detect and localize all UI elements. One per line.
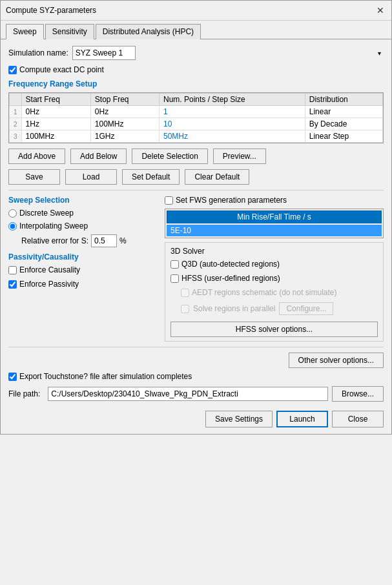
min-rise-fall-header: Min Rise/Fall Time / s (167, 210, 382, 223)
col-header-num (10, 94, 22, 106)
passivity-section: Passivity/Causality Enforce Causality En… (8, 252, 157, 289)
q3d-label: Q3D (auto-detected regions) (181, 260, 280, 269)
row-1-dist: Linear (305, 106, 382, 118)
q3d-checkbox[interactable] (170, 260, 179, 269)
export-touchstone-checkbox[interactable] (8, 373, 17, 381)
relative-error-input[interactable] (91, 234, 117, 247)
tab-sensitivity[interactable]: Sensitivity (45, 24, 94, 39)
hfss-solver-options-button[interactable]: HFSS solver options... (170, 322, 378, 337)
close-window-button[interactable]: ✕ (375, 5, 386, 16)
enforce-passivity-label: Enforce Passivity (19, 280, 79, 289)
save-button[interactable]: Save (8, 169, 60, 185)
relative-error-label: Relative error for S: (21, 236, 88, 245)
discrete-sweep-row: Discrete Sweep (8, 209, 157, 218)
other-solver-options-button[interactable]: Other solver options... (289, 353, 384, 368)
dialog-close-button[interactable]: Close (332, 411, 384, 427)
row-1-points: 1 (159, 106, 305, 118)
tab-sweep[interactable]: Sweep (6, 24, 44, 39)
simulation-name-row: Simulation name: SYZ Sweep 1 (8, 46, 384, 60)
discrete-sweep-radio[interactable] (8, 209, 17, 218)
simulation-name-select-wrapper: SYZ Sweep 1 (72, 46, 384, 60)
right-column: Set FWS generation parameters Min Rise/F… (165, 196, 384, 342)
add-below-button[interactable]: Add Below (70, 149, 127, 164)
interpolating-sweep-radio[interactable] (8, 222, 17, 231)
interpolating-sweep-row: Interpolating Sweep (8, 221, 157, 231)
col-header-stop: Stop Freq (90, 94, 159, 106)
window-title: Compute SYZ-parameters (6, 6, 96, 15)
compute-dc-label: Compute exact DC point (19, 65, 104, 74)
other-solver-row: Other solver options... (8, 353, 384, 368)
launch-button[interactable]: Launch (276, 411, 328, 427)
title-bar: Compute SYZ-parameters ✕ (1, 1, 391, 21)
fws-checkbox[interactable] (165, 196, 173, 205)
set-default-button[interactable]: Set Default (122, 169, 180, 185)
fws-row: Set FWS generation parameters (165, 196, 384, 205)
col-header-points: Num. Points / Step Size (159, 94, 305, 106)
freq-table: Start Freq Stop Freq Num. Points / Step … (9, 93, 383, 143)
enforce-causality-checkbox[interactable] (8, 266, 17, 274)
enforce-passivity-checkbox[interactable] (8, 280, 17, 289)
solve-parallel-row: Solve regions in parallel Configure... (181, 302, 378, 315)
main-window: Compute SYZ-parameters ✕ Sweep Sensitivi… (0, 0, 392, 435)
delete-selection-button[interactable]: Delete Selection (132, 149, 207, 164)
hfss-row: HFSS (user-defined regions) (170, 274, 378, 283)
aedt-checkbox (181, 289, 189, 297)
tab-distributed-analysis[interactable]: Distributed Analysis (HPC) (96, 24, 201, 39)
preview-button[interactable]: Preview... (213, 149, 266, 164)
relative-error-row: Relative error for S: % (21, 234, 157, 247)
solver-3d-section: 3D Solver Q3D (auto-detected regions) HF… (165, 242, 384, 342)
simulation-name-select[interactable]: SYZ Sweep 1 (72, 46, 136, 60)
row-3-dist: Linear Step (305, 130, 382, 143)
col-header-start: Start Freq (21, 94, 90, 106)
row-3-num: 3 (10, 130, 22, 143)
row-3-stop: 1GHz (90, 130, 159, 143)
enforce-causality-label: Enforce Causality (19, 265, 80, 274)
row-1-start: 0Hz (21, 106, 90, 118)
relative-error-unit: % (119, 236, 127, 245)
file-path-row: File path: Browse... (8, 386, 384, 402)
compute-dc-checkbox[interactable] (8, 66, 17, 74)
section-divider (8, 190, 384, 190)
passivity-title: Passivity/Causality (8, 252, 157, 262)
hfss-checkbox[interactable] (170, 274, 179, 283)
two-col-section: Sweep Selection Discrete Sweep Interpola… (8, 196, 384, 342)
clear-default-button[interactable]: Clear Default (185, 169, 249, 185)
solve-parallel-label: Solve regions in parallel (193, 304, 275, 313)
discrete-sweep-label: Discrete Sweep (19, 209, 74, 218)
solver-3d-title: 3D Solver (170, 247, 378, 256)
load-button[interactable]: Load (65, 169, 117, 185)
row-1-stop: 0Hz (90, 106, 159, 118)
table-action-buttons: Add Above Add Below Delete Selection Pre… (8, 149, 384, 164)
enforce-passivity-row: Enforce Passivity (8, 280, 157, 289)
simulation-name-label: Simulation name: (8, 48, 68, 57)
row-2-start: 1Hz (21, 118, 90, 130)
browse-button[interactable]: Browse... (332, 386, 384, 402)
enforce-causality-row: Enforce Causality (8, 265, 157, 274)
file-path-label: File path: (8, 389, 40, 398)
row-2-num: 2 (10, 118, 22, 130)
table-row[interactable]: 1 0Hz 0Hz 1 Linear (10, 106, 383, 118)
row-2-stop: 100MHz (90, 118, 159, 130)
footer-section: Other solver options... Export Touchston… (8, 347, 384, 427)
row-3-start: 100MHz (21, 130, 90, 143)
export-touchstone-label: Export Touchstone? file after simulation… (19, 372, 192, 381)
bottom-buttons: Save Settings Launch Close (8, 407, 384, 427)
add-above-button[interactable]: Add Above (8, 149, 65, 164)
table-row[interactable]: 3 100MHz 1GHz 50MHz Linear Step (10, 130, 383, 143)
col-header-dist: Distribution (305, 94, 382, 106)
file-path-input[interactable] (48, 387, 328, 401)
table-row[interactable]: 2 1Hz 100MHz 10 By Decade (10, 118, 383, 130)
aedt-row: AEDT regions schematic (do not simulate) (181, 288, 378, 297)
configure-button[interactable]: Configure... (279, 302, 333, 315)
min-rise-fall-table: Min Rise/Fall Time / s 5E-10 (165, 209, 384, 238)
min-rise-fall-row[interactable]: 5E-10 (167, 225, 382, 236)
tab-bar: Sweep Sensitivity Distributed Analysis (… (1, 21, 391, 39)
save-settings-button[interactable]: Save Settings (205, 411, 273, 427)
compute-dc-row: Compute exact DC point (8, 65, 384, 74)
hfss-label: HFSS (user-defined regions) (181, 274, 280, 283)
aedt-label: AEDT regions schematic (do not simulate) (192, 288, 337, 297)
row-3-points: 50MHz (159, 130, 305, 143)
q3d-row: Q3D (auto-detected regions) (170, 260, 378, 269)
row-2-dist: By Decade (305, 118, 382, 130)
left-column: Sweep Selection Discrete Sweep Interpola… (8, 196, 157, 342)
